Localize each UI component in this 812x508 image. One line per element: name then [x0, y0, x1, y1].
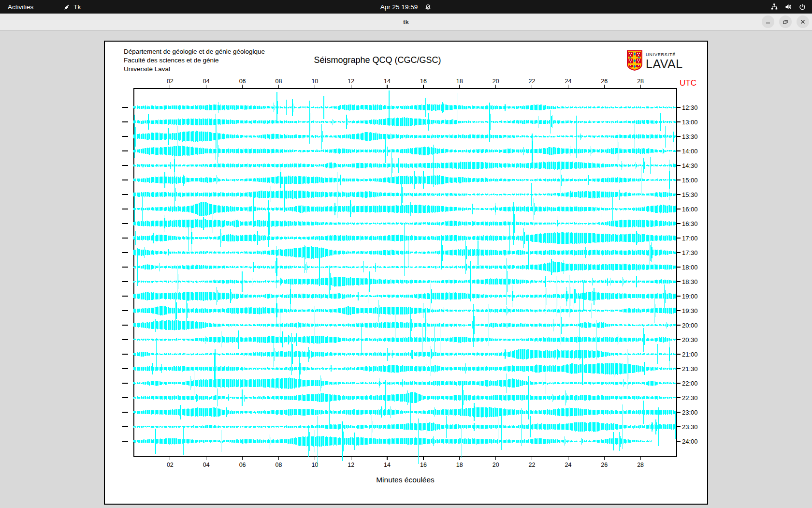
svg-text:14: 14 — [384, 78, 391, 85]
svg-text:17:00: 17:00 — [682, 235, 698, 242]
volume-icon[interactable] — [784, 3, 792, 11]
svg-text:14:00: 14:00 — [682, 148, 698, 155]
network-wired-icon[interactable] — [770, 3, 778, 11]
svg-text:12:30: 12:30 — [682, 104, 698, 111]
svg-text:16: 16 — [420, 78, 427, 85]
svg-text:14:30: 14:30 — [682, 162, 698, 169]
svg-text:18:30: 18:30 — [682, 278, 698, 285]
gnome-top-bar: Activities Tk Apr 25 19:59 — [0, 0, 812, 14]
svg-text:19:30: 19:30 — [682, 307, 698, 314]
svg-text:17:30: 17:30 — [682, 249, 698, 256]
svg-text:20: 20 — [493, 78, 499, 85]
svg-text:26: 26 — [601, 462, 608, 468]
svg-text:18: 18 — [456, 78, 463, 85]
svg-text:24:00: 24:00 — [682, 438, 698, 445]
notifications-disabled-icon — [424, 3, 432, 11]
svg-text:08: 08 — [276, 462, 282, 468]
svg-text:06: 06 — [239, 462, 246, 468]
svg-text:02: 02 — [167, 78, 174, 85]
svg-text:13:30: 13:30 — [682, 133, 698, 140]
svg-text:24: 24 — [565, 462, 571, 468]
svg-text:22: 22 — [529, 462, 536, 468]
svg-text:23:30: 23:30 — [682, 423, 698, 431]
svg-text:16:00: 16:00 — [682, 206, 698, 213]
svg-text:20:00: 20:00 — [682, 322, 698, 329]
svg-text:12: 12 — [348, 462, 354, 468]
svg-text:16:30: 16:30 — [682, 220, 698, 227]
x-axis-title: Minutes écoulées — [134, 476, 677, 484]
restore-button[interactable] — [779, 15, 792, 28]
svg-text:10: 10 — [311, 462, 318, 468]
svg-text:06: 06 — [239, 78, 246, 85]
close-button[interactable] — [797, 15, 809, 28]
svg-text:15:30: 15:30 — [682, 191, 698, 198]
svg-text:23:00: 23:00 — [682, 409, 698, 416]
svg-text:20:30: 20:30 — [682, 336, 698, 344]
svg-text:18: 18 — [456, 462, 463, 468]
svg-text:16: 16 — [420, 462, 427, 468]
svg-text:04: 04 — [203, 462, 210, 468]
svg-text:21:00: 21:00 — [682, 351, 698, 358]
clock[interactable]: Apr 25 19:59 — [380, 3, 418, 11]
svg-text:04: 04 — [203, 78, 210, 85]
svg-text:02: 02 — [167, 462, 174, 468]
window-titlebar: tk — [0, 14, 812, 30]
power-icon[interactable] — [798, 3, 806, 11]
svg-text:22: 22 — [529, 78, 536, 85]
svg-text:28: 28 — [637, 78, 644, 85]
svg-text:26: 26 — [601, 78, 608, 85]
svg-text:21:30: 21:30 — [682, 365, 698, 373]
svg-text:08: 08 — [276, 78, 282, 85]
svg-text:20: 20 — [493, 462, 499, 468]
svg-text:15:00: 15:00 — [682, 177, 698, 184]
svg-text:18:00: 18:00 — [682, 264, 698, 271]
svg-text:12: 12 — [348, 78, 354, 85]
svg-text:22:30: 22:30 — [682, 394, 698, 402]
svg-text:22:00: 22:00 — [682, 380, 698, 387]
svg-text:10: 10 — [311, 78, 318, 85]
svg-text:28: 28 — [637, 462, 644, 468]
seismograph-canvas: Département de géologie et de génie géol… — [104, 41, 708, 505]
svg-text:14: 14 — [384, 462, 391, 468]
window-title: tk — [0, 14, 812, 30]
seismogram-plot: 0202040406060808101012121414161618182020… — [104, 41, 708, 504]
svg-text:19:00: 19:00 — [682, 293, 698, 300]
svg-text:24: 24 — [565, 78, 571, 85]
minimize-button[interactable] — [762, 15, 774, 28]
svg-text:13:00: 13:00 — [682, 119, 698, 126]
